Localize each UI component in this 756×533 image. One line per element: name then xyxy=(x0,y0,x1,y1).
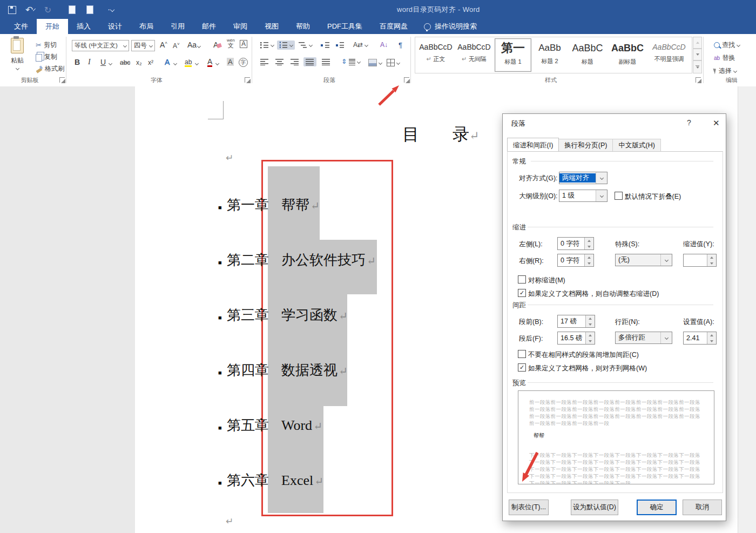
redo-icon[interactable]: ↻ xyxy=(43,5,52,15)
multilevel-list-button[interactable] xyxy=(296,41,314,50)
clipboard-dialog-launcher[interactable] xyxy=(59,77,65,83)
toc-entry[interactable]: ■第二章办公软件技巧↵ xyxy=(227,251,376,270)
set-default-button[interactable]: 设为默认值(D) xyxy=(571,500,618,515)
outline-level-combo[interactable]: 1 级 xyxy=(559,190,608,202)
highlight-dropdown-icon[interactable] xyxy=(195,62,199,65)
tab-indents-spacing[interactable]: 缩进和间距(I) xyxy=(507,138,559,153)
combo-dropdown-icon[interactable] xyxy=(596,190,607,201)
cancel-button[interactable]: 取消 xyxy=(683,500,722,515)
text-effects-dropdown-icon[interactable] xyxy=(173,62,177,65)
style-heading1[interactable]: 第一 标题 1 xyxy=(495,38,531,72)
tab-line-page-breaks[interactable]: 换行和分页(P) xyxy=(558,139,613,152)
spinner-arrows[interactable] xyxy=(584,254,593,266)
toc-entry[interactable]: ■第五章Word↵ xyxy=(227,416,322,435)
tab-pdf-tools[interactable]: PDF工具集 xyxy=(319,19,371,34)
toc-title[interactable]: 目 录↵ xyxy=(402,123,479,146)
align-right-button[interactable] xyxy=(288,57,301,66)
special-combo[interactable]: (无) xyxy=(615,254,672,266)
format-painter-button[interactable]: 格式刷 xyxy=(33,63,66,75)
paragraph-dialog-launcher[interactable] xyxy=(404,77,409,83)
space-after-spinner[interactable]: 16.5 磅 xyxy=(557,332,595,345)
superscript-button[interactable]: x² xyxy=(148,59,153,66)
line-spacing-combo[interactable]: 多倍行距 xyxy=(615,332,672,344)
replace-button[interactable]: ab替换 xyxy=(712,52,737,64)
sort-button[interactable]: A↓ xyxy=(378,40,390,50)
underline-button[interactable]: U xyxy=(100,58,106,66)
numbering-button[interactable] xyxy=(277,41,295,50)
help-button[interactable]: ? xyxy=(687,118,691,127)
tab-asian-typography[interactable]: 中文版式(H) xyxy=(612,139,660,152)
decrease-indent-button[interactable] xyxy=(319,41,332,50)
increase-indent-button[interactable] xyxy=(333,41,346,50)
character-border-button[interactable]: A xyxy=(240,40,247,48)
tab-mailings[interactable]: 邮件 xyxy=(193,19,225,34)
font-name-combo[interactable]: 等线 (中文正文) xyxy=(72,40,129,51)
styles-scroll-up[interactable] xyxy=(693,37,702,49)
style-title[interactable]: AaBbC 标题 xyxy=(570,38,605,71)
underline-dropdown-icon[interactable] xyxy=(109,62,112,65)
tab-layout[interactable]: 布局 xyxy=(131,19,162,34)
justify-button[interactable] xyxy=(303,57,316,66)
style-subtle-emphasis[interactable]: AaBbCcD 不明显强调 xyxy=(649,38,690,71)
strikethrough-button[interactable]: abc xyxy=(120,59,130,66)
shading-button[interactable] xyxy=(366,58,384,68)
spinner-arrows[interactable] xyxy=(707,254,716,266)
tab-insert[interactable]: 插入 xyxy=(68,19,99,34)
subscript-button[interactable]: x₂ xyxy=(136,59,142,66)
tell-me-search[interactable]: 操作说明搜索 xyxy=(416,19,484,34)
font-dialog-launcher[interactable] xyxy=(245,77,250,83)
asian-layout-button[interactable]: A⇄ xyxy=(351,40,370,50)
phonetic-guide-button[interactable]: wén 文 xyxy=(227,38,235,49)
ok-button[interactable]: 确定 xyxy=(637,500,677,515)
save-icon[interactable] xyxy=(8,5,17,15)
spacing-at-spinner[interactable]: 2.41 xyxy=(683,332,717,345)
spinner-arrows[interactable] xyxy=(584,238,593,249)
select-button[interactable]: 选择 xyxy=(712,65,739,77)
no-space-same-style-checkbox[interactable] xyxy=(518,350,526,358)
collapsed-by-default-checkbox[interactable] xyxy=(615,192,623,200)
styles-more-button[interactable] xyxy=(693,60,702,73)
grow-font-button[interactable]: A˄ xyxy=(160,41,167,49)
cut-button[interactable]: ✂剪切 xyxy=(33,39,59,51)
combo-dropdown-icon[interactable] xyxy=(596,172,607,184)
style-no-spacing[interactable]: AaBbCcD ↵ 无间隔 xyxy=(456,38,492,71)
style-subtitle[interactable]: AaBbC 副标题 xyxy=(609,38,646,71)
bold-button[interactable]: B xyxy=(75,58,80,66)
text-effects-button[interactable]: A xyxy=(165,58,170,66)
vertical-scrollbar[interactable] xyxy=(738,86,756,533)
shrink-font-button[interactable]: A˅ xyxy=(173,42,180,50)
style-heading2[interactable]: AaBb 标题 2 xyxy=(532,38,568,71)
customize-qat-icon[interactable]: ⸱ xyxy=(106,5,116,15)
find-button[interactable]: 查找 xyxy=(712,39,742,51)
copy-button[interactable]: 复制 xyxy=(33,51,59,63)
bullets-button[interactable] xyxy=(258,41,276,50)
line-spacing-button[interactable]: ⇕ xyxy=(339,57,362,66)
align-left-button[interactable] xyxy=(258,57,271,66)
spinner-arrows[interactable] xyxy=(585,315,595,327)
toc-entry[interactable]: ■第三章学习函数↵ xyxy=(227,306,348,325)
borders-button[interactable] xyxy=(384,58,402,68)
snap-to-grid-checkbox[interactable] xyxy=(518,363,526,372)
styles-scroll-down[interactable] xyxy=(693,49,702,60)
tab-baidu-netdisk[interactable]: 百度网盘 xyxy=(371,19,416,34)
toc-entry[interactable]: ■第四章数据透视↵ xyxy=(227,361,348,380)
paste-button[interactable]: 粘贴 xyxy=(5,38,29,70)
toc-entry[interactable]: ■第一章帮帮↵ xyxy=(227,195,320,215)
combo-dropdown-icon[interactable] xyxy=(660,254,672,266)
font-name-dropdown-icon[interactable] xyxy=(123,44,127,48)
enclose-characters-button[interactable]: 字 xyxy=(239,58,248,67)
clear-formatting-button[interactable]: A xyxy=(213,41,221,49)
show-hide-marks-button[interactable]: ¶ xyxy=(396,40,404,50)
space-before-spinner[interactable]: 17 磅 xyxy=(557,315,595,328)
paste-dropdown-icon[interactable] xyxy=(15,66,19,70)
font-size-dropdown-icon[interactable] xyxy=(149,44,153,48)
style-normal[interactable]: AaBbCcD ↵ 正文 xyxy=(418,38,454,71)
distribute-button[interactable] xyxy=(320,57,333,66)
tab-design[interactable]: 设计 xyxy=(99,19,131,34)
tabs-button[interactable]: 制表位(T)... xyxy=(509,500,549,515)
toc-entry[interactable]: ■第六章Excel↵ xyxy=(227,471,323,490)
indent-by-spinner[interactable] xyxy=(683,254,717,267)
spinner-arrows[interactable] xyxy=(585,332,595,344)
alignment-combo[interactable]: 两端对齐 xyxy=(559,172,608,184)
font-size-combo[interactable]: 四号 xyxy=(131,40,155,51)
